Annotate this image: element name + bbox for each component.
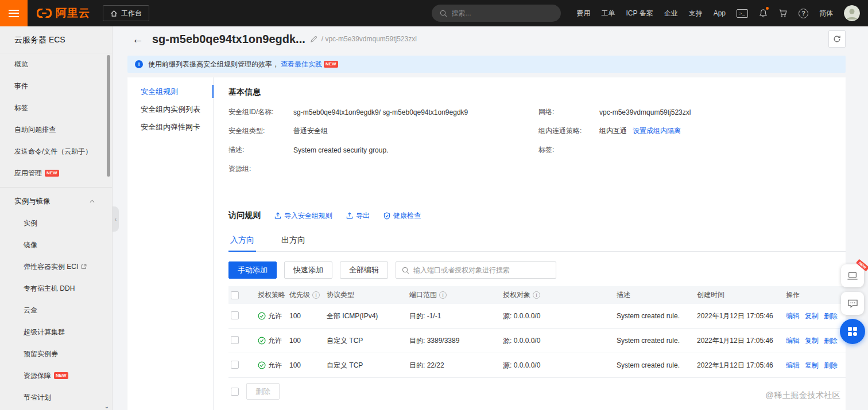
workbench-button[interactable]: 工作台	[103, 5, 149, 21]
scroll-down-icon[interactable]: ⌄	[102, 402, 111, 410]
sidebar-item-resource-assurance[interactable]: 资源保障 NEW	[0, 365, 112, 386]
terminal-button[interactable]: >_	[737, 9, 748, 18]
sidebar-item-scc[interactable]: 超级计算集群	[0, 321, 112, 343]
created-value: 2022年1月12日 17:05:46	[697, 336, 786, 346]
cart-button[interactable]	[778, 9, 788, 18]
access-rules-header: 访问规则 导入安全组规则 导出	[228, 210, 846, 221]
sidebar: 云服务器 ECS 概览 事件 标签 自助问题排查 发送命令/文件（云助手） 应用…	[0, 26, 113, 410]
nav-billing[interactable]: 费用	[577, 9, 591, 18]
sidebar-item-overview[interactable]: 概览	[0, 53, 112, 75]
sidebar-item-ddh[interactable]: 专有宿主机 DDH	[0, 278, 112, 299]
health-check-link[interactable]: 健康检查	[383, 211, 421, 221]
back-button[interactable]: ←	[132, 33, 144, 45]
subnav-item-enis-in-group[interactable]: 安全组内弹性网卡	[127, 118, 213, 136]
sidebar-collapse-handle[interactable]: ‹	[113, 206, 119, 232]
quick-nav-widget[interactable]	[840, 319, 865, 344]
hamburger-menu-button[interactable]	[0, 0, 28, 26]
created-value: 2022年1月12日 17:05:46	[697, 311, 786, 321]
sidebar-item-troubleshoot[interactable]: 自助问题排查	[0, 119, 112, 140]
sidebar-item-instances[interactable]: 实例	[0, 212, 112, 234]
rules-search-input[interactable]	[413, 266, 550, 274]
subnav-item-security-group-rules[interactable]: 安全组规则	[127, 83, 213, 100]
sidebar-scrollbar[interactable]	[107, 55, 110, 177]
row-checkbox[interactable]	[231, 361, 239, 369]
nav-tickets[interactable]: 工单	[602, 9, 615, 18]
description-value: System created security group.	[293, 146, 388, 154]
chevron-up-icon	[90, 200, 95, 203]
nav-enterprise[interactable]: 企业	[664, 9, 678, 18]
intra-policy-value: 组内互通	[599, 126, 627, 136]
delete-link[interactable]: 删除	[824, 336, 838, 346]
sidebar-item-app-management[interactable]: 应用管理 NEW	[0, 162, 112, 184]
watermark: @稀土掘金技术社区	[765, 390, 840, 401]
sidebar-item-label: 发送命令/文件（云助手）	[14, 147, 92, 157]
sg-id-name-value: sg-m5eb0qe94tx1on9egdk9/ sg-m5eb0qe94tx1…	[293, 108, 468, 116]
sidebar-item-cloudbox[interactable]: 云盒	[0, 299, 112, 321]
help-button[interactable]: ?	[799, 9, 808, 18]
new-badge: NEW	[54, 372, 68, 379]
sidebar-item-reserved-instances[interactable]: 预留实例券	[0, 343, 112, 365]
sidebar-item-cloud-assistant[interactable]: 发送命令/文件（云助手）	[0, 140, 112, 162]
edit-link[interactable]: 编辑	[786, 336, 800, 346]
edit-link[interactable]: 编辑	[786, 361, 800, 370]
export-link[interactable]: 导出	[346, 211, 370, 221]
sidebar-item-tags[interactable]: 标签	[0, 97, 112, 119]
quick-add-button[interactable]: 快速添加	[284, 261, 332, 279]
nav-support[interactable]: 支持	[689, 9, 703, 18]
priority-info-icon[interactable]: i	[312, 291, 320, 299]
delete-link[interactable]: 删除	[824, 361, 838, 370]
copy-link[interactable]: 复制	[805, 361, 819, 370]
table-row: 允许 100 自定义 TCP 目的: 22/22 源: 0.0.0.0/0 Sy…	[228, 353, 846, 378]
protocol-value: 自定义 TCP	[327, 361, 409, 370]
import-rules-link[interactable]: 导入安全组规则	[274, 211, 332, 221]
source-info-icon[interactable]: i	[533, 291, 540, 299]
help-icon: ?	[799, 9, 808, 18]
brand-name: 阿里云	[56, 6, 90, 21]
copy-link[interactable]: 复制	[805, 311, 819, 321]
sidebar-divider	[0, 187, 112, 188]
description-value: System created rule.	[617, 361, 697, 369]
sidebar-item-events[interactable]: 事件	[0, 75, 112, 97]
col-protocol: 协议类型	[327, 290, 409, 300]
aliyun-logo[interactable]: 阿里云	[36, 6, 90, 21]
batch-delete-button[interactable]: 删除	[246, 383, 280, 400]
edit-name-button[interactable]	[310, 36, 317, 43]
row-checkbox[interactable]	[231, 311, 239, 319]
nav-icp[interactable]: ICP 备案	[626, 9, 653, 18]
tab-inbound[interactable]: 入方向	[228, 235, 256, 251]
refresh-button[interactable]	[828, 30, 846, 48]
tab-outbound[interactable]: 出方向	[280, 235, 307, 251]
topbar-search[interactable]	[432, 5, 561, 22]
sidebar-item-eci[interactable]: 弹性容器实例 ECI	[0, 256, 112, 278]
policy-value: 允许	[268, 336, 282, 346]
subnav-item-instances-in-group[interactable]: 安全组内实例列表	[127, 100, 213, 118]
table-footer: 删除	[228, 378, 846, 405]
notifications-button[interactable]	[759, 9, 768, 18]
delete-link[interactable]: 删除	[824, 311, 838, 321]
nav-app[interactable]: App	[714, 9, 726, 17]
rules-search[interactable]	[396, 261, 556, 279]
sidebar-item-savings-plans[interactable]: 节省计划	[0, 386, 112, 408]
bell-icon	[759, 9, 768, 18]
port-range-info-icon[interactable]: i	[439, 291, 447, 299]
remote-workbench-widget[interactable]: NEW	[841, 264, 864, 287]
avatar[interactable]	[844, 5, 860, 21]
manual-add-button[interactable]: 手动添加	[228, 261, 277, 279]
copy-link[interactable]: 复制	[805, 336, 819, 346]
sidebar-item-label: 事件	[14, 81, 28, 91]
edit-link[interactable]: 编辑	[786, 311, 800, 321]
row-checkbox[interactable]	[231, 336, 239, 344]
sidebar-group-instances-images[interactable]: 实例与镜像	[0, 190, 112, 212]
sidebar-item-images[interactable]: 镜像	[0, 234, 112, 256]
best-practice-link[interactable]: 查看最佳实践	[281, 60, 322, 69]
edit-all-button[interactable]: 全部编辑	[340, 261, 388, 279]
set-isolation-link[interactable]: 设置成组内隔离	[633, 126, 681, 136]
footer-checkbox[interactable]	[231, 388, 239, 396]
feedback-widget[interactable]	[841, 292, 864, 315]
resource-group-label: 资源组:	[228, 164, 293, 174]
language-switcher[interactable]: 简体	[819, 9, 833, 18]
select-all-checkbox[interactable]	[231, 291, 239, 299]
topbar-search-input[interactable]	[452, 9, 553, 17]
protocol-value: 全部 ICMP(IPv4)	[327, 311, 409, 321]
network-value: vpc-m5e39vdmqum59tj523zxl	[599, 108, 691, 116]
